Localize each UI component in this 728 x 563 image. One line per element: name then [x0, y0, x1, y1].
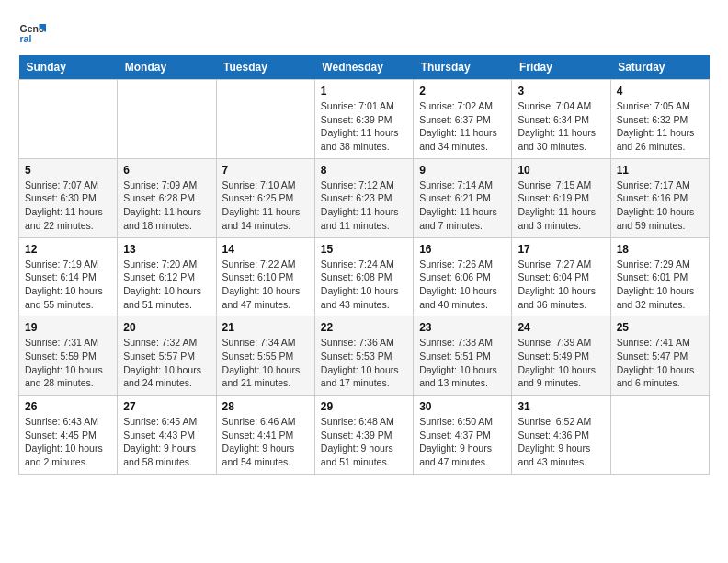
day-number: 30: [419, 400, 506, 413]
day-detail: Sunrise: 7:39 AM Sunset: 5:49 PM Dayligh…: [518, 336, 604, 390]
day-detail: Sunrise: 7:05 AM Sunset: 6:32 PM Dayligh…: [617, 99, 703, 154]
day-number: 3: [518, 85, 604, 98]
day-detail: Sunrise: 7:41 AM Sunset: 5:47 PM Dayligh…: [617, 336, 703, 390]
day-detail: Sunrise: 6:43 AM Sunset: 4:45 PM Dayligh…: [25, 415, 111, 469]
calendar-cell: 14Sunrise: 7:22 AM Sunset: 6:10 PM Dayli…: [216, 237, 314, 316]
day-header-monday: Monday: [118, 55, 216, 80]
week-row: 1Sunrise: 7:01 AM Sunset: 6:39 PM Daylig…: [19, 80, 710, 159]
day-detail: Sunrise: 6:52 AM Sunset: 4:36 PM Dayligh…: [518, 415, 604, 469]
day-header-thursday: Thursday: [414, 55, 512, 80]
svg-text:ral: ral: [20, 33, 32, 44]
day-detail: Sunrise: 7:14 AM Sunset: 6:21 PM Dayligh…: [419, 178, 506, 233]
logo-icon: Gene ral: [18, 18, 46, 46]
calendar-cell: 5Sunrise: 7:07 AM Sunset: 6:30 PM Daylig…: [19, 158, 118, 237]
day-number: 2: [419, 85, 506, 98]
week-row: 26Sunrise: 6:43 AM Sunset: 4:45 PM Dayli…: [19, 396, 710, 475]
day-number: 21: [222, 321, 309, 334]
day-detail: Sunrise: 7:15 AM Sunset: 6:19 PM Dayligh…: [518, 178, 604, 233]
calendar-cell: [118, 80, 216, 159]
day-number: 12: [25, 243, 111, 256]
day-detail: Sunrise: 7:29 AM Sunset: 6:01 PM Dayligh…: [617, 258, 703, 312]
day-number: 15: [321, 243, 407, 256]
day-detail: Sunrise: 7:12 AM Sunset: 6:23 PM Dayligh…: [321, 178, 407, 233]
day-detail: Sunrise: 7:20 AM Sunset: 6:12 PM Dayligh…: [123, 258, 210, 312]
calendar-cell: 30Sunrise: 6:50 AM Sunset: 4:37 PM Dayli…: [414, 396, 512, 475]
day-detail: Sunrise: 6:46 AM Sunset: 4:41 PM Dayligh…: [222, 415, 309, 469]
day-detail: Sunrise: 7:22 AM Sunset: 6:10 PM Dayligh…: [222, 258, 309, 312]
week-row: 12Sunrise: 7:19 AM Sunset: 6:14 PM Dayli…: [19, 237, 710, 316]
calendar-cell: [216, 80, 314, 159]
day-number: 31: [518, 400, 604, 413]
day-header-tuesday: Tuesday: [216, 55, 314, 80]
logo: Gene ral: [18, 18, 50, 46]
day-number: 17: [518, 243, 604, 256]
calendar-cell: 29Sunrise: 6:48 AM Sunset: 4:39 PM Dayli…: [314, 396, 413, 475]
day-number: 25: [617, 321, 703, 334]
calendar-header-row: SundayMondayTuesdayWednesdayThursdayFrid…: [19, 55, 710, 80]
day-detail: Sunrise: 7:02 AM Sunset: 6:37 PM Dayligh…: [419, 99, 506, 154]
day-detail: Sunrise: 6:50 AM Sunset: 4:37 PM Dayligh…: [419, 415, 506, 469]
calendar-cell: [19, 80, 118, 159]
calendar-cell: 21Sunrise: 7:34 AM Sunset: 5:55 PM Dayli…: [216, 316, 314, 396]
day-number: 11: [617, 164, 703, 177]
day-detail: Sunrise: 7:31 AM Sunset: 5:59 PM Dayligh…: [25, 336, 111, 390]
day-header-sunday: Sunday: [19, 55, 118, 80]
day-number: 24: [518, 321, 604, 334]
week-row: 19Sunrise: 7:31 AM Sunset: 5:59 PM Dayli…: [19, 316, 710, 396]
calendar-cell: 2Sunrise: 7:02 AM Sunset: 6:37 PM Daylig…: [414, 80, 512, 159]
day-detail: Sunrise: 7:38 AM Sunset: 5:51 PM Dayligh…: [419, 336, 506, 390]
day-number: 7: [222, 164, 309, 177]
day-detail: Sunrise: 7:10 AM Sunset: 6:25 PM Dayligh…: [222, 178, 309, 233]
calendar-cell: 18Sunrise: 7:29 AM Sunset: 6:01 PM Dayli…: [610, 237, 709, 316]
calendar-cell: [610, 396, 709, 475]
day-number: 19: [25, 321, 111, 334]
day-number: 27: [123, 400, 210, 413]
calendar-cell: 3Sunrise: 7:04 AM Sunset: 6:34 PM Daylig…: [512, 80, 610, 159]
day-number: 6: [123, 164, 210, 177]
day-header-saturday: Saturday: [610, 55, 709, 80]
calendar-cell: 20Sunrise: 7:32 AM Sunset: 5:57 PM Dayli…: [118, 316, 216, 396]
calendar-cell: 7Sunrise: 7:10 AM Sunset: 6:25 PM Daylig…: [216, 158, 314, 237]
day-detail: Sunrise: 7:36 AM Sunset: 5:53 PM Dayligh…: [321, 336, 407, 390]
calendar-cell: 27Sunrise: 6:45 AM Sunset: 4:43 PM Dayli…: [118, 396, 216, 475]
day-number: 4: [617, 85, 703, 98]
calendar-cell: 28Sunrise: 6:46 AM Sunset: 4:41 PM Dayli…: [216, 396, 314, 475]
day-detail: Sunrise: 7:24 AM Sunset: 6:08 PM Dayligh…: [321, 258, 407, 312]
day-detail: Sunrise: 7:04 AM Sunset: 6:34 PM Dayligh…: [518, 99, 604, 154]
calendar-cell: 9Sunrise: 7:14 AM Sunset: 6:21 PM Daylig…: [414, 158, 512, 237]
day-detail: Sunrise: 6:45 AM Sunset: 4:43 PM Dayligh…: [123, 415, 210, 469]
day-number: 22: [321, 321, 407, 334]
calendar-cell: 6Sunrise: 7:09 AM Sunset: 6:28 PM Daylig…: [118, 158, 216, 237]
day-header-friday: Friday: [512, 55, 610, 80]
day-detail: Sunrise: 7:17 AM Sunset: 6:16 PM Dayligh…: [617, 178, 703, 233]
day-number: 10: [518, 164, 604, 177]
calendar-cell: 31Sunrise: 6:52 AM Sunset: 4:36 PM Dayli…: [512, 396, 610, 475]
day-number: 5: [25, 164, 111, 177]
calendar-cell: 25Sunrise: 7:41 AM Sunset: 5:47 PM Dayli…: [610, 316, 709, 396]
calendar: SundayMondayTuesdayWednesdayThursdayFrid…: [18, 55, 710, 475]
day-number: 29: [321, 400, 407, 413]
day-number: 20: [123, 321, 210, 334]
day-detail: Sunrise: 7:19 AM Sunset: 6:14 PM Dayligh…: [25, 258, 111, 312]
day-detail: Sunrise: 7:09 AM Sunset: 6:28 PM Dayligh…: [123, 178, 210, 233]
day-number: 16: [419, 243, 506, 256]
day-detail: Sunrise: 7:34 AM Sunset: 5:55 PM Dayligh…: [222, 336, 309, 390]
calendar-cell: 10Sunrise: 7:15 AM Sunset: 6:19 PM Dayli…: [512, 158, 610, 237]
calendar-cell: 8Sunrise: 7:12 AM Sunset: 6:23 PM Daylig…: [314, 158, 413, 237]
day-detail: Sunrise: 6:48 AM Sunset: 4:39 PM Dayligh…: [321, 415, 407, 469]
calendar-cell: 16Sunrise: 7:26 AM Sunset: 6:06 PM Dayli…: [414, 237, 512, 316]
day-detail: Sunrise: 7:07 AM Sunset: 6:30 PM Dayligh…: [25, 178, 111, 233]
day-number: 9: [419, 164, 506, 177]
calendar-cell: 13Sunrise: 7:20 AM Sunset: 6:12 PM Dayli…: [118, 237, 216, 316]
calendar-cell: 1Sunrise: 7:01 AM Sunset: 6:39 PM Daylig…: [314, 80, 413, 159]
day-number: 14: [222, 243, 309, 256]
calendar-cell: 22Sunrise: 7:36 AM Sunset: 5:53 PM Dayli…: [314, 316, 413, 396]
day-number: 23: [419, 321, 506, 334]
day-detail: Sunrise: 7:27 AM Sunset: 6:04 PM Dayligh…: [518, 258, 604, 312]
day-header-wednesday: Wednesday: [314, 55, 413, 80]
calendar-cell: 11Sunrise: 7:17 AM Sunset: 6:16 PM Dayli…: [610, 158, 709, 237]
calendar-cell: 26Sunrise: 6:43 AM Sunset: 4:45 PM Dayli…: [19, 396, 118, 475]
week-row: 5Sunrise: 7:07 AM Sunset: 6:30 PM Daylig…: [19, 158, 710, 237]
calendar-cell: 12Sunrise: 7:19 AM Sunset: 6:14 PM Dayli…: [19, 237, 118, 316]
calendar-cell: 23Sunrise: 7:38 AM Sunset: 5:51 PM Dayli…: [414, 316, 512, 396]
